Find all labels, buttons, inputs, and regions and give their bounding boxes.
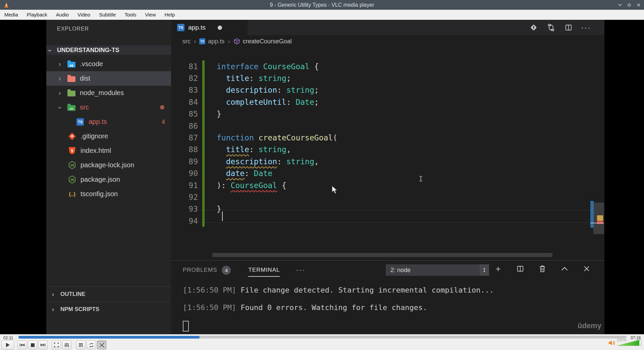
tree-item--vscode[interactable]: ›⋈.vscode <box>46 57 171 71</box>
code-line-83[interactable]: 83 description: string; <box>171 84 604 96</box>
line-number: 89 <box>171 157 202 166</box>
shuffle-button[interactable] <box>97 341 106 349</box>
tree-item-dist[interactable]: ›dist <box>46 71 171 86</box>
workspace-header[interactable]: › UNDERSTANDING-TS <box>46 45 171 55</box>
menu-item-media[interactable]: Media <box>0 10 22 19</box>
folder-dist-icon <box>67 75 76 82</box>
tab-terminal[interactable]: TERMINAL <box>248 267 280 273</box>
code-editor[interactable]: 81interface CourseGoal {82 title: string… <box>171 60 604 227</box>
menu-item-help[interactable]: Help <box>160 10 179 19</box>
seek-bar[interactable] <box>18 336 627 339</box>
code-line-88[interactable]: 88 title: string, <box>171 144 604 156</box>
chevron-down-icon: › <box>56 104 64 111</box>
symbol-cube-icon <box>233 38 240 45</box>
breadcrumb-symbol[interactable]: createCourseGoal <box>243 38 292 45</box>
extended-settings-button[interactable] <box>62 341 71 349</box>
horizontal-scrollbar[interactable] <box>212 253 552 257</box>
code-text: title: string; <box>205 74 291 83</box>
code-line-89[interactable]: 89 description: string, <box>171 156 604 167</box>
tree-item-label: dist <box>80 75 90 82</box>
tree-item-node-modules[interactable]: ›node_modules <box>46 86 171 100</box>
maximize-icon[interactable] <box>627 2 632 8</box>
tree-item-package-lock-json[interactable]: JSpackage-lock.json <box>46 158 171 172</box>
stop-button[interactable] <box>28 341 37 349</box>
code-line-82[interactable]: 82 title: string; <box>171 72 604 84</box>
unsaved-dot-icon[interactable] <box>218 26 222 30</box>
code-line-85[interactable]: 85} <box>171 108 604 120</box>
editor-tab-bar: TS app.ts ··· <box>171 20 604 35</box>
breadcrumb-src[interactable]: src <box>182 38 191 45</box>
close-icon[interactable] <box>636 2 641 8</box>
playlist-button[interactable] <box>76 341 86 349</box>
next-button[interactable] <box>38 341 48 349</box>
open-changes-icon[interactable] <box>529 23 538 32</box>
git-added-bar <box>202 179 205 191</box>
close-panel-icon[interactable] <box>582 264 591 273</box>
sync-changes-icon[interactable] <box>547 23 555 32</box>
tree-item-index-html[interactable]: 5index.html <box>46 143 171 158</box>
sidebar-section-npm-scripts[interactable]: ›NPM SCRIPTS <box>46 302 171 317</box>
problems-count-badge: 4 <box>222 266 231 275</box>
code-line-93[interactable]: 93} <box>171 203 604 215</box>
minimize-icon[interactable] <box>617 2 623 8</box>
overview-ruler-error-mark <box>597 221 603 224</box>
fullscreen-button[interactable] <box>52 341 61 349</box>
tree-item--gitignore[interactable]: .gitignore <box>46 129 171 143</box>
play-button[interactable] <box>1 340 14 350</box>
kill-terminal-icon[interactable] <box>538 264 547 273</box>
split-editor-icon[interactable] <box>564 23 573 32</box>
line-number: 81 <box>171 62 202 71</box>
tree-item-tsconfig-json[interactable]: {..}tsconfig.json <box>46 187 171 201</box>
terminal-cursor <box>183 321 189 332</box>
tree-item-app-ts[interactable]: TSapp.ts4 <box>46 115 171 129</box>
udemy-watermark: ûdemy <box>578 321 601 330</box>
sidebar-section-outline[interactable]: ›OUTLINE <box>46 287 171 302</box>
code-line-92[interactable]: 92 <box>171 191 604 203</box>
file-git-icon <box>68 133 76 140</box>
speaker-icon[interactable] <box>608 340 616 346</box>
seek-fill <box>18 336 200 339</box>
git-added-bar <box>202 108 205 120</box>
code-text: } <box>205 205 221 213</box>
line-number: 84 <box>171 98 202 106</box>
overview-ruler-warning-mark <box>597 215 603 221</box>
tree-item-package-json[interactable]: JSpackage.json <box>46 172 171 187</box>
code-line-81[interactable]: 81interface CourseGoal { <box>171 60 604 72</box>
terminal-select[interactable]: 2: node ▲▼ <box>386 264 489 276</box>
code-line-90[interactable]: 90 date: Date <box>171 168 604 179</box>
menu-item-audio[interactable]: Audio <box>52 10 73 19</box>
new-terminal-icon[interactable]: + <box>494 264 502 273</box>
loop-button[interactable] <box>87 341 96 349</box>
code-line-86[interactable]: 86 <box>171 120 604 132</box>
file-html-icon: 5 <box>68 147 76 155</box>
tree-item-src[interactable]: ›</>src <box>46 100 171 115</box>
tree-item-label: .vscode <box>80 60 103 68</box>
typescript-file-icon: TS <box>199 38 205 44</box>
bottom-panel: PROBLEMS 4 TERMINAL ··· 2: node ▲▼ + <box>171 260 604 334</box>
code-line-87[interactable]: 87function createCourseGoal( <box>171 132 604 143</box>
menu-item-video[interactable]: Video <box>73 10 95 19</box>
code-line-94[interactable]: 94 <box>171 215 604 227</box>
panel-more-tabs-icon[interactable]: ··· <box>296 266 305 274</box>
code-line-91[interactable]: 91): CourseGoal { <box>171 179 604 191</box>
menu-item-subtitle[interactable]: Subtitle <box>95 10 120 19</box>
folder-vscode-icon: ⋈ <box>67 60 76 68</box>
chevron-right-icon: › <box>56 75 63 82</box>
modified-dot-icon <box>160 105 164 110</box>
git-added-bar <box>202 132 205 143</box>
menu-item-view[interactable]: View <box>141 10 160 19</box>
previous-button[interactable] <box>17 341 27 349</box>
maximize-panel-icon[interactable] <box>560 264 569 273</box>
editor-area: TS app.ts ··· <box>171 20 604 334</box>
more-actions-icon[interactable]: ··· <box>582 23 590 32</box>
code-line-84[interactable]: 84 completeUntil: Date; <box>171 96 604 108</box>
menu-item-tools[interactable]: Tools <box>120 10 141 19</box>
tab-problems[interactable]: PROBLEMS 4 <box>183 266 231 275</box>
tab-app-ts[interactable]: TS app.ts <box>171 20 248 35</box>
menu-item-playback[interactable]: Playback <box>22 10 52 19</box>
breadcrumb-file[interactable]: app.ts <box>208 38 224 45</box>
split-terminal-icon[interactable] <box>516 264 525 273</box>
terminal-output[interactable]: [1:56:50 PM] File change detected. Start… <box>183 286 494 332</box>
section-label: NPM SCRIPTS <box>60 306 99 313</box>
problems-badge: 4 <box>161 118 165 126</box>
